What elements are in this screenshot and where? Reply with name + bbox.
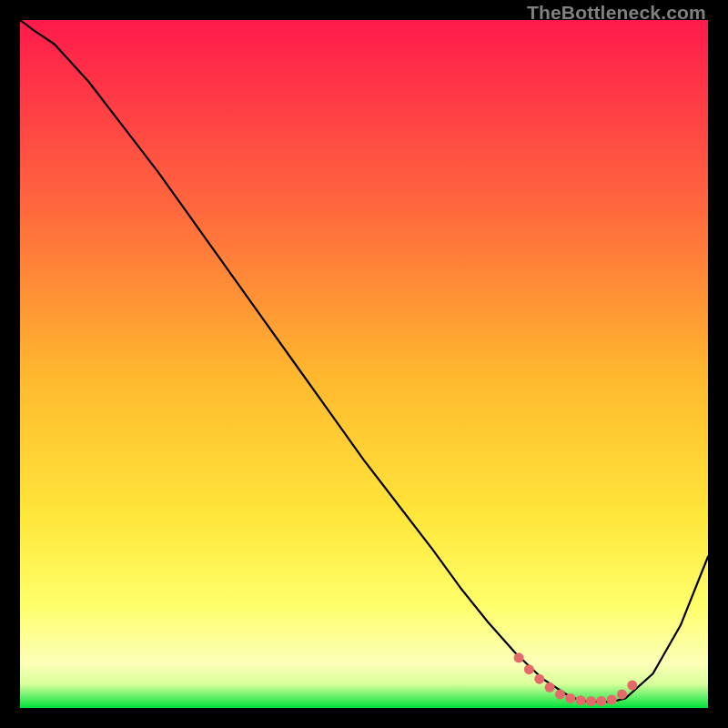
flat-zone-marker [586,696,596,706]
flat-zone-marker [627,681,637,691]
flat-zone-marker [524,664,534,674]
flat-zone-marker [576,695,586,705]
flat-zone-marker [617,689,627,699]
flat-zone-marker [607,694,617,704]
watermark-text: TheBottleneck.com [527,2,706,24]
flat-zone-marker [565,693,575,703]
chart-frame [20,20,708,708]
bottleneck-chart [20,20,708,708]
flat-zone-marker [596,696,606,706]
flat-zone-marker [555,689,565,699]
flat-zone-marker [534,674,544,684]
gradient-background [20,20,708,708]
flat-zone-marker [545,682,555,693]
flat-zone-marker [514,652,524,662]
